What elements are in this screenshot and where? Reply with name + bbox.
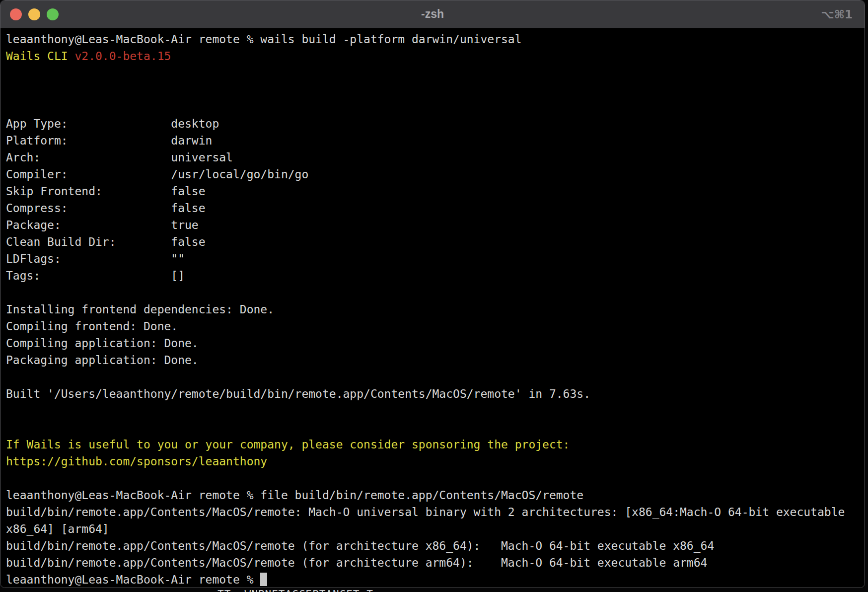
close-button[interactable] xyxy=(10,8,22,20)
text-segment: App Type: desktop xyxy=(6,117,219,130)
output-line: LDFlags: "" xyxy=(6,250,865,267)
blank-line xyxy=(6,65,865,81)
text-segment: build/bin/remote.app/Contents/MacOS/remo… xyxy=(6,506,845,518)
blank-line xyxy=(6,98,865,115)
text-segment: Platform: darwin xyxy=(6,134,212,147)
blank-line xyxy=(6,284,865,301)
output-line: Skip Frontend: false xyxy=(6,183,865,200)
output-line: Platform: darwin xyxy=(6,132,865,149)
text-segment: Clean Build Dir: false xyxy=(6,235,206,248)
text-segment: leaanthony@Leas-MacBook-Air remote % wai… xyxy=(6,33,522,46)
terminal-output[interactable]: leaanthony@Leas-MacBook-Air remote % wai… xyxy=(0,29,865,588)
text-segment: Compiling application: Done. xyxy=(6,337,199,350)
output-line: Package: true xyxy=(6,217,865,233)
text-segment: leaanthony@Leas-MacBook-Air remote % fil… xyxy=(6,489,583,502)
output-line: Compiling frontend: Done. xyxy=(6,318,865,335)
screen: { "window": { "title": "-zsh", "shortcut… xyxy=(0,0,868,592)
output-line: Tags: [] xyxy=(6,267,865,284)
terminal-cursor xyxy=(260,573,267,586)
blank-line xyxy=(6,369,865,385)
output-line: Clean Build Dir: false xyxy=(6,233,865,250)
text-segment: Package: true xyxy=(6,219,199,231)
prompt-line: leaanthony@Leas-MacBook-Air remote % fil… xyxy=(6,487,865,504)
text-segment: Compiling frontend: Done. xyxy=(6,320,178,333)
output-line: Built '/Users/leaanthony/remote/build/bi… xyxy=(6,385,865,402)
text-segment: If Wails is useful to you or your compan… xyxy=(6,438,570,451)
prompt-line: leaanthony@Leas-MacBook-Air remote % wai… xyxy=(6,31,865,48)
output-line: Wails CLI v2.0.0-beta.15 xyxy=(6,48,865,65)
output-line: build/bin/remote.app/Contents/MacOS/remo… xyxy=(6,554,865,571)
blank-line xyxy=(6,402,865,419)
blank-line xyxy=(6,419,865,436)
text-segment: leaanthony@Leas-MacBook-Air remote % xyxy=(6,573,260,586)
output-line: Compiler: /usr/local/go/bin/go xyxy=(6,166,865,183)
obscured-text-sliver: TT: WNPNETACCEPTANCET T xyxy=(217,589,373,592)
text-segment: Tags: [] xyxy=(6,269,185,282)
text-segment: https://github.com/sponsors/leaanthony xyxy=(6,455,267,468)
text-segment: Skip Frontend: false xyxy=(6,185,206,198)
blank-line xyxy=(6,81,865,98)
window-shortcut-badge: ⌥⌘1 xyxy=(821,0,853,28)
minimize-button[interactable] xyxy=(28,8,40,20)
blank-line xyxy=(6,470,865,487)
output-line: Compiling application: Done. xyxy=(6,335,865,352)
text-segment: x86_64] [arm64] xyxy=(6,522,109,535)
text-segment: build/bin/remote.app/Contents/MacOS/remo… xyxy=(6,556,707,569)
prompt-line: leaanthony@Leas-MacBook-Air remote % xyxy=(6,571,865,588)
titlebar[interactable]: -zsh ⌥⌘1 xyxy=(0,0,865,28)
output-line: Packaging application: Done. xyxy=(6,352,865,369)
text-segment: Compress: false xyxy=(6,202,206,215)
output-line: build/bin/remote.app/Contents/MacOS/remo… xyxy=(6,504,865,520)
text-segment: Installing frontend dependencies: Done. xyxy=(6,303,274,316)
output-line: Installing frontend dependencies: Done. xyxy=(6,301,865,318)
zoom-button[interactable] xyxy=(47,8,59,20)
output-line: If Wails is useful to you or your compan… xyxy=(6,436,865,453)
text-segment: LDFlags: "" xyxy=(6,252,185,265)
text-segment: Packaging application: Done. xyxy=(6,354,199,367)
text-segment: Wails CLI xyxy=(6,50,74,63)
output-line: build/bin/remote.app/Contents/MacOS/remo… xyxy=(6,537,865,554)
output-line: https://github.com/sponsors/leaanthony xyxy=(6,453,865,470)
output-line: x86_64] [arm64] xyxy=(6,520,865,537)
output-line: Compress: false xyxy=(6,200,865,217)
text-segment: v2.0.0-beta.15 xyxy=(74,50,171,63)
terminal-window: -zsh ⌥⌘1 leaanthony@Leas-MacBook-Air rem… xyxy=(0,0,865,588)
output-line: App Type: desktop xyxy=(6,115,865,132)
text-segment: Arch: universal xyxy=(6,151,233,164)
text-segment: Built '/Users/leaanthony/remote/build/bi… xyxy=(6,387,590,400)
text-segment: build/bin/remote.app/Contents/MacOS/remo… xyxy=(6,539,714,552)
traffic-lights xyxy=(10,8,59,20)
text-segment: Compiler: /usr/local/go/bin/go xyxy=(6,168,308,181)
output-line: Arch: universal xyxy=(6,149,865,166)
window-title: -zsh xyxy=(0,0,865,28)
